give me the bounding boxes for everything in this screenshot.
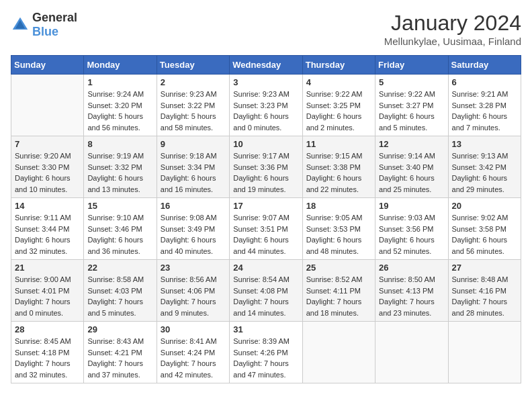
logo-text: General Blue [32, 11, 77, 39]
day-number: 8 [87, 139, 152, 149]
day-info: Sunrise: 8:56 AMSunset: 4:06 PMDaylight:… [161, 274, 226, 318]
calendar-cell: 9Sunrise: 9:18 AMSunset: 3:34 PMDaylight… [157, 136, 229, 198]
calendar-body: 1Sunrise: 9:24 AMSunset: 3:20 PMDaylight… [11, 75, 521, 383]
day-info: Sunrise: 9:08 AMSunset: 3:49 PMDaylight:… [161, 212, 226, 257]
weekday-header-thursday: Thursday [302, 56, 375, 75]
day-number: 19 [379, 201, 444, 211]
day-number: 23 [161, 263, 226, 273]
calendar-cell [302, 322, 375, 383]
calendar-week-4: 21Sunrise: 9:00 AMSunset: 4:01 PMDayligh… [11, 260, 521, 322]
calendar-cell: 17Sunrise: 9:07 AMSunset: 3:51 PMDayligh… [230, 198, 302, 260]
calendar-week-2: 7Sunrise: 9:20 AMSunset: 3:30 PMDaylight… [11, 136, 521, 198]
day-info: Sunrise: 9:22 AMSunset: 3:25 PMDaylight:… [306, 89, 371, 133]
day-number: 21 [15, 263, 80, 273]
day-info: Sunrise: 9:17 AMSunset: 3:36 PMDaylight:… [233, 150, 298, 195]
day-info: Sunrise: 8:58 AMSunset: 4:03 PMDaylight:… [87, 274, 152, 318]
weekday-header-tuesday: Tuesday [157, 56, 229, 75]
day-number: 28 [15, 324, 80, 334]
calendar-cell: 7Sunrise: 9:20 AMSunset: 3:30 PMDaylight… [11, 136, 84, 198]
calendar-cell: 4Sunrise: 9:22 AMSunset: 3:25 PMDaylight… [302, 75, 375, 136]
day-info: Sunrise: 9:13 AMSunset: 3:42 PMDaylight:… [452, 150, 517, 195]
calendar-cell: 20Sunrise: 9:02 AMSunset: 3:58 PMDayligh… [448, 198, 521, 260]
logo-blue: Blue [32, 25, 58, 38]
day-info: Sunrise: 8:39 AMSunset: 4:26 PMDaylight:… [233, 336, 298, 380]
weekday-header-monday: Monday [84, 56, 157, 75]
day-number: 1 [87, 77, 152, 87]
day-info: Sunrise: 9:10 AMSunset: 3:46 PMDaylight:… [87, 212, 152, 257]
calendar-cell: 8Sunrise: 9:19 AMSunset: 3:32 PMDaylight… [84, 136, 157, 198]
month-title: January 2024 [384, 11, 521, 36]
day-info: Sunrise: 9:15 AMSunset: 3:38 PMDaylight:… [306, 150, 371, 195]
day-info: Sunrise: 8:52 AMSunset: 4:11 PMDaylight:… [306, 274, 371, 318]
calendar-cell: 25Sunrise: 8:52 AMSunset: 4:11 PMDayligh… [302, 260, 375, 322]
day-number: 9 [161, 139, 226, 149]
weekday-row: SundayMondayTuesdayWednesdayThursdayFrid… [11, 56, 521, 75]
day-number: 27 [452, 263, 517, 273]
day-number: 10 [233, 139, 298, 149]
day-info: Sunrise: 9:00 AMSunset: 4:01 PMDaylight:… [15, 274, 80, 318]
day-info: Sunrise: 9:24 AMSunset: 3:20 PMDaylight:… [87, 89, 152, 133]
day-number: 31 [233, 324, 298, 334]
logo: General Blue [11, 11, 77, 39]
location-title: Mellunkylae, Uusimaa, Finland [384, 36, 521, 47]
logo-general: General [32, 11, 77, 24]
calendar-week-5: 28Sunrise: 8:45 AMSunset: 4:18 PMDayligh… [11, 322, 521, 383]
weekday-header-saturday: Saturday [448, 56, 521, 75]
calendar-header: SundayMondayTuesdayWednesdayThursdayFrid… [11, 56, 521, 75]
weekday-header-friday: Friday [375, 56, 448, 75]
calendar-cell: 6Sunrise: 9:21 AMSunset: 3:28 PMDaylight… [448, 75, 521, 136]
day-number: 15 [87, 201, 152, 211]
calendar-cell: 27Sunrise: 8:48 AMSunset: 4:16 PMDayligh… [448, 260, 521, 322]
day-info: Sunrise: 8:41 AMSunset: 4:24 PMDaylight:… [161, 336, 226, 380]
day-info: Sunrise: 8:43 AMSunset: 4:21 PMDaylight:… [87, 336, 152, 380]
day-info: Sunrise: 8:45 AMSunset: 4:18 PMDaylight:… [15, 336, 80, 380]
day-number: 4 [306, 77, 371, 87]
day-number: 5 [379, 77, 444, 87]
day-number: 22 [87, 263, 152, 273]
calendar-cell: 13Sunrise: 9:13 AMSunset: 3:42 PMDayligh… [448, 136, 521, 198]
day-info: Sunrise: 9:19 AMSunset: 3:32 PMDaylight:… [87, 150, 152, 195]
day-info: Sunrise: 9:20 AMSunset: 3:30 PMDaylight:… [15, 150, 80, 195]
weekday-header-sunday: Sunday [11, 56, 84, 75]
day-number: 17 [233, 201, 298, 211]
calendar-cell [375, 322, 448, 383]
day-number: 26 [379, 263, 444, 273]
calendar-cell [11, 75, 84, 136]
day-number: 29 [87, 324, 152, 334]
day-number: 11 [306, 139, 371, 149]
calendar-cell: 26Sunrise: 8:50 AMSunset: 4:13 PMDayligh… [375, 260, 448, 322]
day-info: Sunrise: 9:23 AMSunset: 3:23 PMDaylight:… [233, 89, 298, 133]
day-info: Sunrise: 8:48 AMSunset: 4:16 PMDaylight:… [452, 274, 517, 318]
day-info: Sunrise: 9:22 AMSunset: 3:27 PMDaylight:… [379, 89, 444, 133]
day-info: Sunrise: 9:02 AMSunset: 3:58 PMDaylight:… [452, 212, 517, 257]
day-info: Sunrise: 8:50 AMSunset: 4:13 PMDaylight:… [379, 274, 444, 318]
day-info: Sunrise: 9:14 AMSunset: 3:40 PMDaylight:… [379, 150, 444, 195]
day-number: 12 [379, 139, 444, 149]
day-number: 13 [452, 139, 517, 149]
calendar-week-3: 14Sunrise: 9:11 AMSunset: 3:44 PMDayligh… [11, 198, 521, 260]
calendar-cell: 28Sunrise: 8:45 AMSunset: 4:18 PMDayligh… [11, 322, 84, 383]
calendar-cell: 29Sunrise: 8:43 AMSunset: 4:21 PMDayligh… [84, 322, 157, 383]
calendar-cell: 30Sunrise: 8:41 AMSunset: 4:24 PMDayligh… [157, 322, 229, 383]
day-info: Sunrise: 9:11 AMSunset: 3:44 PMDaylight:… [15, 212, 80, 257]
day-number: 30 [161, 324, 226, 334]
calendar-cell: 18Sunrise: 9:05 AMSunset: 3:53 PMDayligh… [302, 198, 375, 260]
logo-icon [11, 15, 30, 34]
weekday-header-wednesday: Wednesday [230, 56, 302, 75]
day-number: 7 [15, 139, 80, 149]
day-info: Sunrise: 9:21 AMSunset: 3:28 PMDaylight:… [452, 89, 517, 133]
calendar-cell: 19Sunrise: 9:03 AMSunset: 3:56 PMDayligh… [375, 198, 448, 260]
day-number: 3 [233, 77, 298, 87]
day-info: Sunrise: 9:18 AMSunset: 3:34 PMDaylight:… [161, 150, 226, 195]
day-number: 24 [233, 263, 298, 273]
calendar-table: SundayMondayTuesdayWednesdayThursdayFrid… [11, 55, 521, 383]
calendar-week-1: 1Sunrise: 9:24 AMSunset: 3:20 PMDaylight… [11, 75, 521, 136]
calendar-cell: 16Sunrise: 9:08 AMSunset: 3:49 PMDayligh… [157, 198, 229, 260]
day-info: Sunrise: 9:03 AMSunset: 3:56 PMDaylight:… [379, 212, 444, 257]
day-number: 14 [15, 201, 80, 211]
calendar-cell: 2Sunrise: 9:23 AMSunset: 3:22 PMDaylight… [157, 75, 229, 136]
day-number: 18 [306, 201, 371, 211]
calendar-cell: 5Sunrise: 9:22 AMSunset: 3:27 PMDaylight… [375, 75, 448, 136]
day-number: 2 [161, 77, 226, 87]
day-number: 20 [452, 201, 517, 211]
